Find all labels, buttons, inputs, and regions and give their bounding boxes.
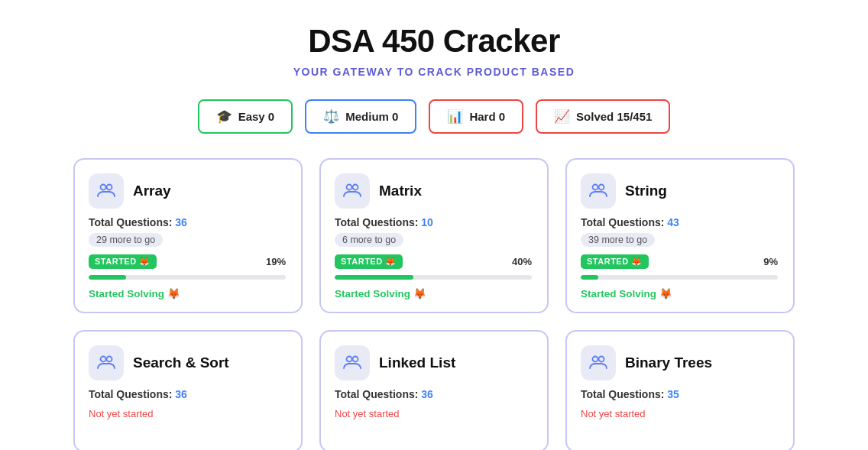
card-header: Search & Sort	[89, 345, 286, 380]
cards-grid: Array Total Questions: 36 29 more to go …	[73, 158, 795, 450]
card-total: Total Questions: 36	[89, 216, 286, 228]
svg-point-6	[101, 357, 106, 362]
card-more: 6 more to go	[335, 233, 403, 247]
easy-icon: 🎓	[216, 108, 232, 125]
badge-solved[interactable]: 📈 Solved 15/451	[536, 99, 670, 134]
not-started-text: Not yet started	[335, 408, 532, 419]
svg-point-5	[599, 185, 604, 190]
card-total: Total Questions: 43	[581, 216, 778, 228]
card-total-num: 36	[175, 216, 187, 228]
started-badge: STARTED 🦊	[89, 254, 157, 269]
card-status-row: STARTED 🦊 40%	[335, 254, 532, 269]
card-total: Total Questions: 10	[335, 216, 532, 228]
card-binary-trees[interactable]: Binary Trees Total Questions: 35 Not yet…	[565, 330, 795, 450]
svg-point-10	[593, 357, 598, 362]
start-solving-link[interactable]: Started Solving 🦊	[89, 287, 286, 299]
svg-point-1	[107, 185, 112, 190]
not-started-text: Not yet started	[89, 408, 286, 419]
card-status-row: STARTED 🦊 9%	[581, 254, 778, 269]
hard-icon: 📊	[447, 108, 463, 125]
card-title: Linked List	[379, 354, 455, 371]
progress-track	[89, 275, 286, 280]
solved-icon: 📈	[554, 108, 570, 125]
card-total: Total Questions: 36	[89, 388, 286, 400]
badges-row: 🎓 Easy 0 ⚖️ Medium 0 📊 Hard 0 📈 Solved 1…	[198, 99, 671, 134]
card-total-num: 43	[667, 216, 679, 228]
card-header: Matrix	[335, 173, 532, 209]
card-title: Search & Sort	[133, 354, 229, 371]
card-title: String	[625, 183, 667, 199]
card-icon	[581, 345, 616, 380]
progress-pct: 9%	[763, 256, 778, 267]
card-total-num: 36	[175, 388, 187, 400]
badge-medium[interactable]: ⚖️ Medium 0	[305, 99, 416, 134]
svg-point-3	[353, 185, 358, 190]
progress-pct: 19%	[266, 256, 286, 267]
card-header: Array	[89, 173, 286, 209]
card-header: String	[581, 173, 778, 209]
card-search-sort[interactable]: Search & Sort Total Questions: 36 Not ye…	[73, 330, 303, 450]
svg-point-9	[353, 357, 358, 362]
page-subtitle: YOUR GATEWAY TO CRACK PRODUCT BASED	[293, 66, 575, 78]
svg-point-4	[593, 185, 598, 190]
progress-fill	[581, 275, 598, 280]
card-icon	[89, 345, 124, 380]
card-title: Matrix	[379, 183, 422, 199]
card-total-num: 10	[421, 216, 433, 228]
started-badge: STARTED 🦊	[581, 254, 649, 269]
card-more: 39 more to go	[581, 233, 655, 247]
progress-fill	[89, 275, 126, 280]
progress-track	[581, 275, 778, 280]
svg-point-11	[599, 357, 604, 362]
progress-fill	[335, 275, 413, 280]
card-title: Binary Trees	[625, 354, 712, 371]
medium-icon: ⚖️	[323, 108, 339, 125]
card-linked-list[interactable]: Linked List Total Questions: 36 Not yet …	[319, 330, 549, 450]
progress-pct: 40%	[512, 256, 532, 267]
badge-solved-label: Solved 15/451	[576, 110, 652, 123]
start-solving-link[interactable]: Started Solving 🦊	[581, 287, 778, 299]
card-total-num: 35	[667, 388, 679, 400]
started-badge: STARTED 🦊	[335, 254, 403, 269]
card-more: 29 more to go	[89, 233, 163, 247]
card-title: Array	[133, 183, 171, 199]
badge-easy-label: Easy 0	[238, 110, 275, 123]
badge-medium-label: Medium 0	[345, 110, 398, 123]
badge-hard[interactable]: 📊 Hard 0	[429, 99, 523, 134]
card-total: Total Questions: 36	[335, 388, 532, 400]
card-matrix[interactable]: Matrix Total Questions: 10 6 more to go …	[319, 158, 549, 313]
svg-point-7	[107, 357, 112, 362]
card-total-num: 36	[421, 388, 433, 400]
card-icon	[89, 173, 124, 209]
page-title: DSA 450 Cracker	[308, 23, 559, 60]
progress-track	[335, 275, 532, 280]
card-string[interactable]: String Total Questions: 43 39 more to go…	[565, 158, 795, 313]
svg-point-2	[347, 185, 352, 190]
card-array[interactable]: Array Total Questions: 36 29 more to go …	[73, 158, 303, 313]
card-header: Linked List	[335, 345, 532, 380]
card-icon	[581, 173, 616, 209]
badge-easy[interactable]: 🎓 Easy 0	[198, 99, 293, 134]
start-solving-link[interactable]: Started Solving 🦊	[335, 287, 532, 299]
card-header: Binary Trees	[581, 345, 778, 380]
svg-point-8	[347, 357, 352, 362]
badge-hard-label: Hard 0	[469, 110, 505, 123]
card-status-row: STARTED 🦊 19%	[89, 254, 286, 269]
card-total: Total Questions: 35	[581, 388, 778, 400]
svg-point-0	[101, 185, 106, 190]
card-icon	[335, 173, 370, 209]
card-icon	[335, 345, 370, 380]
not-started-text: Not yet started	[581, 408, 778, 419]
